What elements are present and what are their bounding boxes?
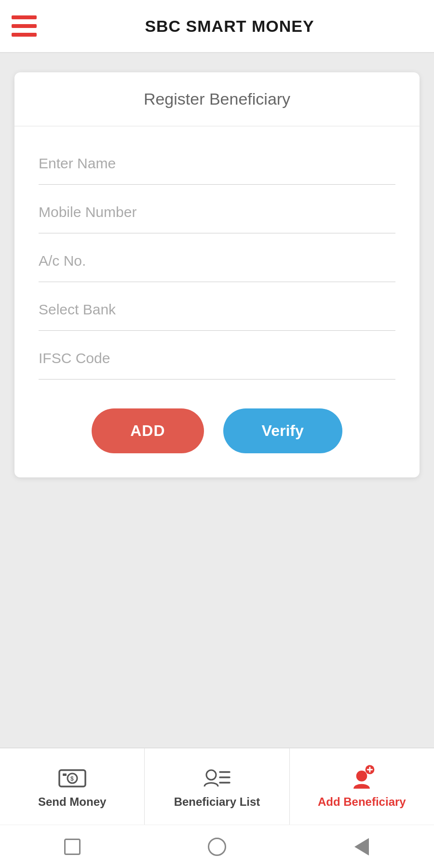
back-icon — [354, 838, 369, 855]
app-header: SBC SMART MONEY — [0, 0, 434, 53]
account-field[interactable] — [39, 248, 395, 282]
account-input[interactable] — [39, 248, 395, 274]
form-title: Register Beneficiary — [34, 90, 400, 108]
nav-item-add-beneficiary[interactable]: Add Beneficiary — [290, 748, 434, 825]
circle-icon — [208, 838, 226, 856]
name-field[interactable] — [39, 150, 395, 185]
nav-item-send-money[interactable]: $ Send Money — [0, 748, 145, 825]
mobile-field[interactable] — [39, 199, 395, 233]
home-button[interactable] — [205, 835, 229, 859]
menu-icon[interactable] — [12, 15, 37, 37]
add-beneficiary-icon — [346, 764, 377, 790]
nav-item-beneficiary-list[interactable]: Beneficiary List — [145, 748, 289, 825]
bank-input[interactable] — [39, 297, 395, 323]
register-beneficiary-card: Register Beneficiary ADD Verify — [14, 72, 420, 477]
beneficiary-list-label: Beneficiary List — [174, 795, 260, 809]
back-button[interactable] — [350, 835, 374, 859]
verify-button[interactable]: Verify — [223, 408, 342, 453]
ifsc-input[interactable] — [39, 345, 395, 371]
square-icon — [64, 839, 81, 855]
mobile-input[interactable] — [39, 199, 395, 225]
form-card-header: Register Beneficiary — [14, 72, 420, 126]
add-beneficiary-label: Add Beneficiary — [318, 795, 406, 809]
main-content: Register Beneficiary ADD Verify — [0, 53, 434, 747]
add-button[interactable]: ADD — [92, 408, 203, 453]
recent-apps-button[interactable] — [60, 835, 84, 859]
send-money-label: Send Money — [38, 795, 106, 809]
send-money-icon: $ — [57, 764, 88, 790]
app-title: SBC SMART MONEY — [37, 17, 422, 36]
ifsc-field[interactable] — [39, 345, 395, 380]
bank-field[interactable] — [39, 297, 395, 331]
svg-text:$: $ — [70, 775, 74, 782]
svg-rect-3 — [63, 773, 67, 776]
form-card-body: ADD Verify — [14, 126, 420, 477]
beneficiary-list-icon — [202, 764, 232, 790]
svg-point-8 — [356, 771, 367, 782]
svg-point-4 — [206, 770, 216, 780]
name-input[interactable] — [39, 150, 395, 176]
system-navigation-bar — [0, 825, 434, 868]
bottom-navigation: $ Send Money Beneficiary List — [0, 747, 434, 825]
form-buttons: ADD Verify — [39, 408, 395, 453]
